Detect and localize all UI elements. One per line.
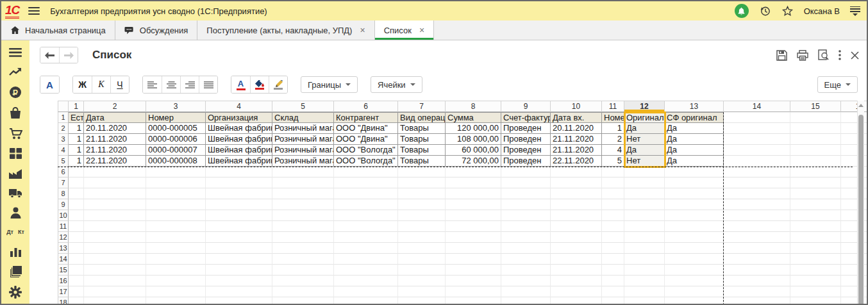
cell-r2-c4[interactable]: Швейная фабрика — [206, 123, 272, 134]
cell-r13-c15[interactable] — [790, 243, 841, 254]
sidebar-item-reports-chart-icon[interactable] — [8, 246, 22, 258]
cell-r17-c13[interactable] — [665, 286, 724, 297]
cell-r15-c2[interactable] — [84, 265, 146, 276]
cell-r7-c15[interactable] — [790, 177, 841, 188]
cell-r1-c1[interactable]: Ест — [69, 112, 84, 123]
cell-r12-c8[interactable] — [446, 232, 501, 243]
cell-r16-c14[interactable] — [724, 276, 790, 286]
column-header-13[interactable]: 13 — [665, 101, 724, 112]
row-header-8[interactable]: 8 — [58, 188, 69, 199]
row-header-3[interactable]: 3 — [58, 134, 69, 145]
cell-r3-c7[interactable]: Товары — [398, 134, 446, 145]
cell-r11-c5[interactable] — [272, 221, 334, 232]
cell-r13-c6[interactable] — [334, 243, 398, 254]
cell-r17-c12[interactable] — [624, 286, 665, 297]
cell-r12-c9[interactable] — [501, 232, 551, 243]
cell-r16-c12[interactable] — [624, 276, 665, 286]
sidebar-item-sales-bag-icon[interactable] — [8, 107, 22, 119]
cell-r1-c4[interactable]: Организация — [206, 112, 272, 123]
cell-r14-c9[interactable] — [501, 254, 551, 265]
cell-r7-c6[interactable] — [334, 177, 398, 188]
column-header-14[interactable]: 14 — [724, 101, 790, 112]
cell-r3-c6[interactable]: ООО "Двина" — [334, 134, 398, 145]
cell-r2-c6[interactable]: ООО "Двина" — [334, 123, 398, 134]
cell-r11-c12[interactable] — [624, 221, 665, 232]
user-menu-icon[interactable] — [850, 6, 860, 16]
cell-r7-c2[interactable] — [84, 177, 146, 188]
cell-r16-c4[interactable] — [206, 276, 272, 286]
bold-button[interactable]: Ж — [73, 76, 92, 93]
print-preview-icon[interactable] — [818, 49, 829, 61]
cell-r3-c12[interactable]: Нет — [624, 134, 665, 145]
cell-r7-c10[interactable] — [551, 177, 602, 188]
main-menu-icon[interactable] — [28, 7, 40, 15]
column-header-5[interactable]: 5 — [272, 101, 334, 112]
cell-r14-c4[interactable] — [206, 254, 272, 265]
row-header-6[interactable]: 6 — [58, 167, 69, 177]
cell-r14-c7[interactable] — [398, 254, 446, 265]
close-view-icon[interactable] — [851, 51, 859, 60]
cell-r10-c5[interactable] — [272, 210, 334, 221]
cell-r14-c2[interactable] — [84, 254, 146, 265]
cell-r16-c15[interactable] — [790, 276, 841, 286]
cell-r8-c11[interactable] — [602, 188, 624, 199]
cell-r18-c9[interactable] — [501, 297, 551, 304]
cell-r1-c7[interactable]: Вид операц — [398, 112, 446, 123]
cell-r9-c5[interactable] — [272, 199, 334, 210]
cell-r8-c10[interactable] — [551, 188, 602, 199]
cell-r11-c10[interactable] — [551, 221, 602, 232]
cell-r1-c3[interactable]: Номер — [146, 112, 206, 123]
cell-r10-c3[interactable] — [146, 210, 206, 221]
cell-r10-c10[interactable] — [551, 210, 602, 221]
cell-r7-c5[interactable] — [272, 177, 334, 188]
cell-r5-c6[interactable]: ООО "Вологда" — [334, 156, 398, 167]
cell-r3-c13[interactable]: Да — [665, 134, 724, 145]
favorites-star-icon[interactable] — [781, 5, 794, 17]
cell-r17-c14[interactable] — [724, 286, 790, 297]
cell-r8-c6[interactable] — [334, 188, 398, 199]
cell-r11-c9[interactable] — [501, 221, 551, 232]
cell-r10-c11[interactable] — [602, 210, 624, 221]
corner-header[interactable] — [58, 101, 69, 112]
cell-r7-c7[interactable] — [398, 177, 446, 188]
back-button[interactable] — [40, 47, 59, 63]
cell-r11-c11[interactable] — [602, 221, 624, 232]
text-color-button[interactable]: А — [231, 76, 250, 93]
cell-r17-c7[interactable] — [398, 286, 446, 297]
cell-r8-c5[interactable] — [272, 188, 334, 199]
cell-r2-c3[interactable]: 0000-000005 — [146, 123, 206, 134]
cell-r8-c15[interactable] — [790, 188, 841, 199]
cell-r4-c8[interactable]: 60 000,00 — [446, 145, 501, 156]
cell-r18-c2[interactable] — [84, 297, 146, 304]
cell-r6-c6[interactable] — [334, 167, 398, 177]
cell-r10-c8[interactable] — [446, 210, 501, 221]
align-left-button[interactable] — [143, 76, 162, 93]
cell-r6-c3[interactable] — [146, 167, 206, 177]
cell-r3-c8[interactable]: 108 000,00 — [446, 134, 501, 145]
cell-r2-c15[interactable] — [790, 123, 841, 134]
cell-r1-c10[interactable]: Дата вх. — [551, 112, 602, 123]
scroll-up-arrow-icon[interactable] — [858, 104, 864, 107]
cell-r13-c10[interactable] — [551, 243, 602, 254]
cell-r17-c10[interactable] — [551, 286, 602, 297]
cell-r6-c15[interactable] — [790, 167, 841, 177]
cell-r15-c4[interactable] — [206, 265, 272, 276]
row-header-12[interactable]: 12 — [58, 232, 69, 243]
cell-r14-c12[interactable] — [624, 254, 665, 265]
cell-r3-c4[interactable]: Швейная фабрика — [206, 134, 272, 145]
cell-r16-c7[interactable] — [398, 276, 446, 286]
cell-r9-c10[interactable] — [551, 199, 602, 210]
tab-spisok[interactable]: Список × — [375, 21, 434, 40]
cell-r7-c12[interactable] — [624, 177, 665, 188]
cell-r6-c12[interactable] — [624, 167, 665, 177]
column-header-8[interactable]: 8 — [446, 101, 501, 112]
cell-r6-c10[interactable] — [551, 167, 602, 177]
cell-r13-c4[interactable] — [206, 243, 272, 254]
cell-r12-c2[interactable] — [84, 232, 146, 243]
cell-r14-c5[interactable] — [272, 254, 334, 265]
cell-r13-c11[interactable] — [602, 243, 624, 254]
cell-r8-c4[interactable] — [206, 188, 272, 199]
cell-r11-c3[interactable] — [146, 221, 206, 232]
cell-r10-c14[interactable] — [724, 210, 790, 221]
cell-r6-c9[interactable] — [501, 167, 551, 177]
